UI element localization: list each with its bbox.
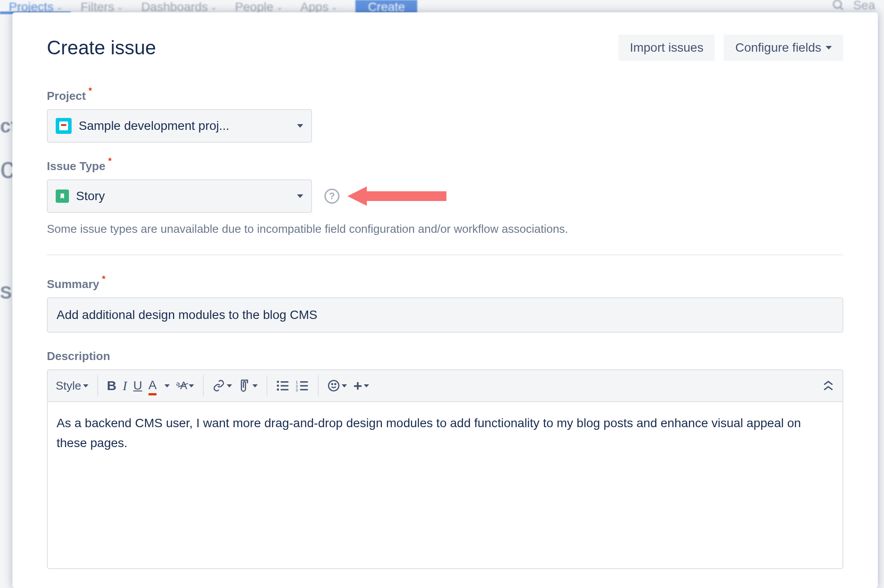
svg-rect-5 [281, 385, 289, 387]
svg-rect-13 [300, 389, 308, 391]
section-divider [47, 254, 843, 255]
summary-label: Summary [47, 277, 99, 291]
emoji-button[interactable] [328, 379, 347, 392]
underline-button[interactable]: U [133, 379, 142, 393]
svg-point-4 [277, 385, 279, 387]
text-color-icon: A [149, 378, 157, 394]
chevron-down-icon [189, 384, 194, 387]
issue-type-select[interactable]: Story [47, 179, 312, 213]
arrow-head-icon [347, 186, 367, 206]
text-color-button[interactable]: A [149, 378, 170, 394]
annotation-arrow [347, 186, 446, 206]
chevron-down-icon [342, 384, 347, 387]
link-button[interactable] [213, 379, 232, 392]
bg-letter-3: S [0, 283, 12, 303]
modal-header: Create issue Import issues Configure fie… [47, 34, 843, 61]
svg-rect-7 [281, 389, 289, 391]
bullet-list-icon [276, 380, 290, 391]
project-avatar-icon [56, 118, 72, 134]
numbered-list-button[interactable]: 123 [296, 380, 309, 391]
svg-rect-11 [300, 385, 308, 387]
style-label: Style [56, 379, 81, 393]
summary-field-group: Summary [47, 277, 843, 333]
attachment-button[interactable] [238, 379, 258, 393]
create-issue-modal: Create issue Import issues Configure fie… [12, 12, 878, 588]
svg-point-6 [277, 389, 279, 391]
modal-header-buttons: Import issues Configure fields [618, 34, 843, 61]
insert-more-button[interactable]: + [353, 377, 369, 395]
chevron-down-icon [252, 384, 258, 387]
clear-format-button[interactable]: ᵃA [176, 379, 194, 392]
import-issues-button[interactable]: Import issues [618, 34, 715, 61]
numbered-list-icon: 123 [296, 380, 309, 391]
bold-button[interactable]: B [107, 378, 117, 393]
background-nav: Projects⌄ Filters⌄ Dashboards⌄ People⌄ A… [0, 0, 884, 13]
bullet-list-button[interactable] [276, 380, 290, 391]
italic-button[interactable]: I [122, 378, 127, 393]
description-label: Description [47, 349, 110, 363]
issue-type-row: Story ? [47, 179, 843, 213]
import-issues-label: Import issues [630, 41, 704, 55]
plus-icon: + [353, 377, 362, 395]
configure-fields-button[interactable]: Configure fields [724, 34, 843, 61]
project-select[interactable]: Sample development proj... [47, 109, 312, 143]
project-label: Project [47, 89, 86, 103]
description-editor[interactable]: As a backend CMS user, I want more drag-… [47, 401, 843, 569]
project-value: Sample development proj... [79, 119, 290, 133]
description-text: As a backend CMS user, I want more drag-… [57, 416, 801, 450]
chevron-down-icon [297, 124, 303, 128]
svg-rect-3 [281, 381, 289, 383]
chevron-down-icon [297, 194, 303, 198]
configure-fields-label: Configure fields [735, 41, 821, 55]
project-field-group: Project Sample development proj... [47, 89, 843, 143]
nav-create-button: Create [355, 0, 417, 13]
help-icon[interactable]: ? [324, 189, 339, 204]
story-icon [56, 190, 69, 203]
issue-type-value: Story [76, 189, 290, 203]
svg-point-15 [332, 384, 333, 385]
svg-text:3: 3 [296, 388, 298, 392]
svg-point-2 [277, 381, 279, 383]
emoji-icon [328, 379, 340, 392]
summary-input[interactable] [47, 297, 843, 333]
editor-toolbar: Style B I U A ᵃA [47, 369, 843, 401]
issue-type-label: Issue Type [47, 159, 105, 173]
svg-point-16 [335, 384, 336, 385]
description-field-group: Description Style B I U A ᵃA [47, 349, 843, 569]
chevron-down-icon [364, 384, 369, 387]
clear-format-icon: ᵃA [176, 379, 187, 392]
svg-rect-9 [300, 381, 308, 383]
chevron-down-icon [83, 384, 88, 387]
svg-point-14 [329, 381, 339, 391]
collapse-icon [822, 380, 834, 391]
arrow-body [367, 191, 446, 201]
link-icon [213, 379, 225, 392]
collapse-toolbar-button[interactable] [822, 380, 834, 391]
issue-type-field-group: Issue Type Story ? Some issue types are … [47, 159, 843, 237]
issue-type-hint: Some issue types are unavailable due to … [47, 221, 843, 237]
modal-title: Create issue [47, 37, 156, 59]
chevron-down-icon [164, 384, 170, 387]
chevron-down-icon [826, 46, 832, 49]
chevron-down-icon [227, 384, 232, 387]
attachment-icon [238, 379, 251, 393]
style-dropdown[interactable]: Style [56, 379, 88, 393]
